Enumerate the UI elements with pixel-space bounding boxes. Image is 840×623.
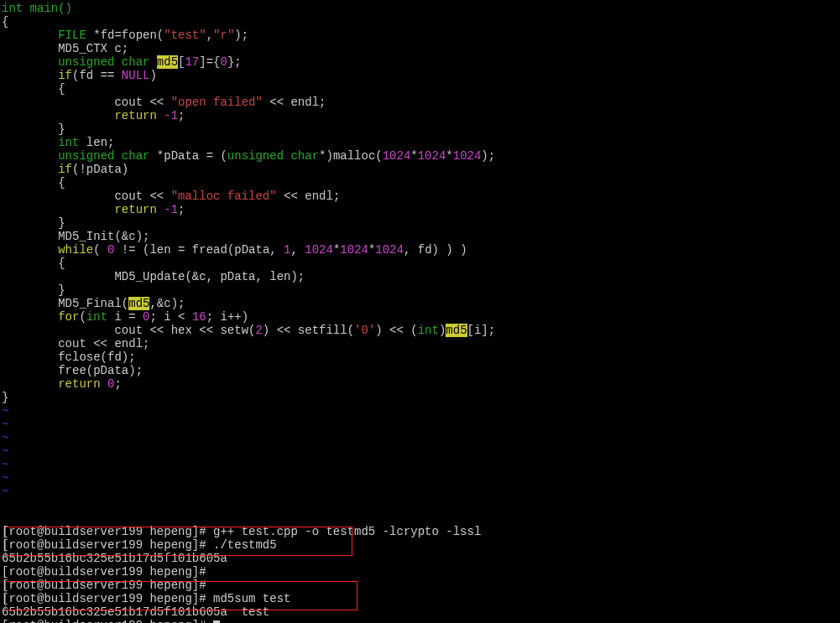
line-ret0: return 0;: [2, 377, 122, 391]
vim-tilde: ~: [2, 471, 8, 485]
brace-open: {: [2, 15, 8, 29]
vim-tilde: ~: [2, 431, 8, 444]
term-output1: 65b2b55b16bc325e51b17d5f101b605a: [2, 552, 227, 565]
line-coutendl: cout << endl;: [2, 337, 149, 350]
vim-tilde: ~: [2, 458, 8, 471]
term-md5sum: [root@buildserver199 hepeng]# md5sum tes…: [2, 592, 290, 605]
term-gpp: [root@buildserver199 hepeng]# g++ test.c…: [2, 525, 481, 538]
line-ifpdata: if(!pData): [2, 163, 128, 176]
term-output2: 65b2b55b16bc325e51b17d5f101b605a test: [2, 605, 269, 619]
line-intlen: int len;: [2, 136, 114, 149]
line-cb2: }: [2, 216, 65, 230]
line-mallocfail: cout << "malloc failed" << endl;: [2, 189, 340, 203]
kw-int: int main(): [2, 2, 72, 15]
code-area: int main() { FILE *fd=fopen("test","r");…: [0, 0, 840, 623]
vim-tilde: ~: [2, 444, 8, 458]
vim-status-line: [2, 498, 838, 511]
line-while: while( 0 != (len = fread(pData, 1, 1024*…: [2, 243, 467, 257]
vim-tilde: ~: [2, 485, 8, 498]
line-retm1a: return -1;: [2, 109, 185, 122]
line-for: for(int i = 0; i < 16; i++): [2, 310, 248, 324]
line-md5final: MD5_Final(md5,&c);: [2, 297, 185, 310]
line-cb3: }: [2, 283, 65, 297]
term-prompt: [root@buildserver199 hepeng]#: [2, 579, 206, 592]
line-ob3: {: [2, 257, 65, 270]
line-openfail: cout << "open failed" << endl;: [2, 96, 326, 109]
line-md5: unsigned char md5[17]={0};: [2, 55, 242, 69]
term-run: [root@buildserver199 hepeng]# ./testmd5: [2, 538, 277, 552]
term-prompt-cursor[interactable]: [root@buildserver199 hepeng]#: [2, 619, 220, 623]
line-cb: }: [2, 122, 65, 136]
line-pdata: unsigned char *pData = (unsigned char*)m…: [2, 149, 495, 163]
line-iffd: if(fd == NULL): [2, 69, 157, 82]
line-fclose: fclose(fd);: [2, 350, 136, 364]
vim-tilde: ~: [2, 418, 8, 431]
line-md5init: MD5_Init(&c);: [2, 230, 149, 243]
brace-close: }: [2, 391, 8, 404]
line-retm1b: return -1;: [2, 203, 185, 216]
line-ob: {: [2, 82, 65, 96]
line-md5upd: MD5_Update(&c, pData, len);: [2, 270, 305, 283]
line-ob2: {: [2, 176, 65, 189]
line-free: free(pData);: [2, 364, 143, 377]
line-file: FILE *fd=fopen("test","r");: [2, 29, 248, 42]
term-prompt: [root@buildserver199 hepeng]#: [2, 565, 206, 579]
line-ctx: MD5_CTX c;: [2, 42, 128, 55]
line-cout: cout << hex << setw(2) << setfill('0') <…: [2, 324, 495, 337]
vim-tilde: ~: [2, 404, 8, 418]
